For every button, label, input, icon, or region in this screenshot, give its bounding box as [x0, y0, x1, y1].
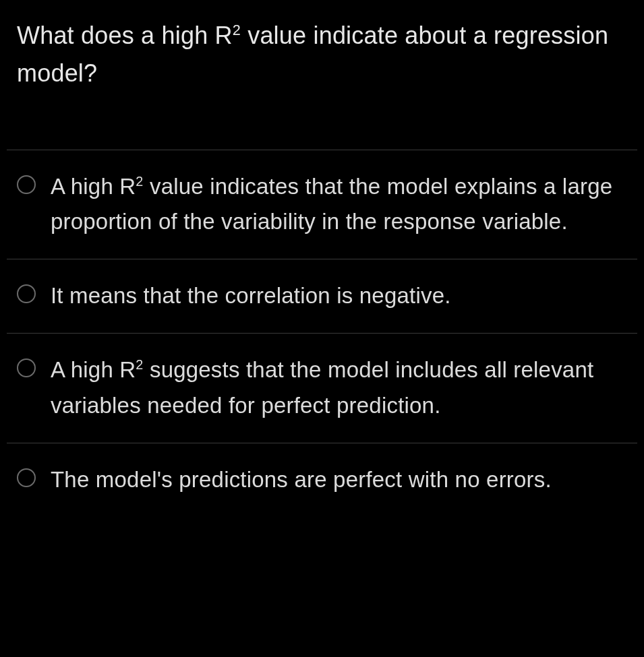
question-text: What does a high R2 value indicate about…: [17, 17, 627, 92]
option-text: A high R2 value indicates that the model…: [51, 169, 627, 241]
option-row-1[interactable]: It means that the correlation is negativ…: [7, 259, 637, 333]
option-text: It means that the correlation is negativ…: [51, 278, 451, 314]
option-row-0[interactable]: A high R2 value indicates that the model…: [7, 150, 637, 259]
option-row-2[interactable]: A high R2 suggests that the model includ…: [7, 333, 637, 443]
radio-icon: [17, 284, 36, 303]
options-list: A high R2 value indicates that the model…: [7, 150, 637, 511]
question-block: What does a high R2 value indicate about…: [0, 0, 644, 92]
radio-icon: [17, 175, 36, 194]
radio-icon: [17, 468, 36, 487]
option-row-3[interactable]: The model's predictions are perfect with…: [7, 443, 637, 511]
option-text: The model's predictions are perfect with…: [51, 462, 552, 498]
option-text: A high R2 suggests that the model includ…: [51, 352, 627, 424]
spacer: [0, 92, 644, 150]
radio-icon: [17, 358, 36, 377]
